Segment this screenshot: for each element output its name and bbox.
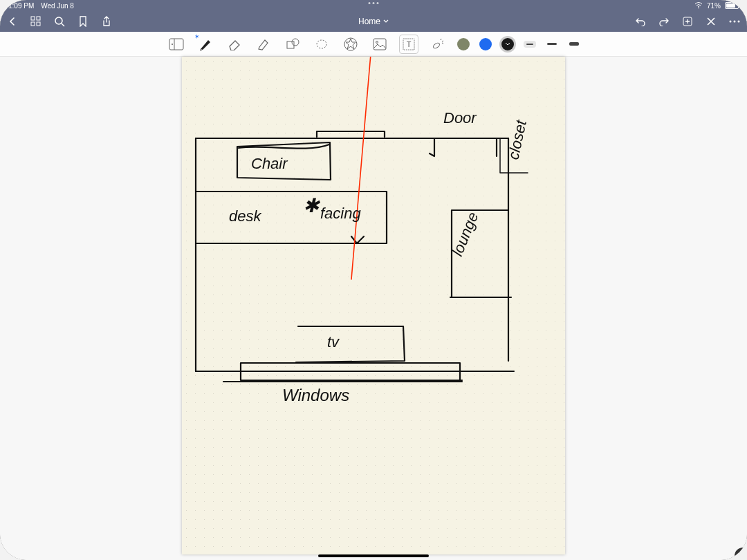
stroke-medium[interactable] <box>546 43 558 45</box>
app-header: Home <box>0 11 747 32</box>
svg-rect-10 <box>169 39 183 50</box>
multitask-dots-icon[interactable] <box>369 2 379 4</box>
document-title-dropdown[interactable]: Home <box>358 17 389 26</box>
svg-rect-3 <box>31 22 35 26</box>
label-chair: Chair <box>251 155 288 172</box>
back-button[interactable] <box>6 15 19 28</box>
chevron-down-icon <box>383 19 389 24</box>
grid-view-button[interactable] <box>29 15 43 28</box>
label-windows: Windows <box>282 386 349 404</box>
battery-icon <box>725 2 739 9</box>
image-tool[interactable] <box>370 35 389 54</box>
label-tv: tv <box>327 333 340 351</box>
stroke-thin[interactable] <box>524 41 536 48</box>
label-closet: closet <box>504 118 530 161</box>
svg-point-9 <box>738 21 740 23</box>
wifi-icon <box>694 2 703 9</box>
laser-pointer-tool[interactable] <box>428 35 448 54</box>
svg-point-12 <box>292 39 299 46</box>
status-time: 1:09 PM <box>8 2 34 10</box>
battery-text: 71% <box>707 2 721 10</box>
quick-note-icon[interactable] <box>729 542 743 556</box>
more-button[interactable] <box>728 15 741 28</box>
add-page-button[interactable] <box>681 15 694 28</box>
document-title: Home <box>358 17 380 26</box>
svg-point-5 <box>55 17 62 24</box>
svg-point-8 <box>734 21 736 23</box>
favorites-tool[interactable] <box>341 35 360 54</box>
label-lounge: lounge <box>448 209 481 259</box>
svg-rect-2 <box>37 17 40 20</box>
svg-text:T: T <box>407 40 412 48</box>
pen-tool[interactable]: ✶ <box>196 35 215 54</box>
svg-rect-15 <box>374 39 386 50</box>
share-button[interactable] <box>100 15 113 28</box>
color-black[interactable] <box>501 38 514 50</box>
undo-button[interactable] <box>634 15 647 28</box>
search-button[interactable] <box>53 15 66 28</box>
label-door: Door <box>443 109 477 127</box>
svg-point-0 <box>698 8 699 9</box>
hand-drawn-floorplan: Chair desk facing ✱ Door closet lounge t… <box>182 57 565 554</box>
redo-button[interactable] <box>657 15 671 28</box>
text-tool[interactable]: T <box>399 35 418 54</box>
color-olive[interactable] <box>457 38 470 50</box>
svg-point-13 <box>317 40 326 48</box>
canvas-area[interactable]: Chair desk facing ✱ Door closet lounge t… <box>0 57 747 560</box>
lasso-tool[interactable] <box>312 35 331 54</box>
note-page[interactable]: Chair desk facing ✱ Door closet lounge t… <box>182 57 565 554</box>
svg-point-19 <box>432 41 441 49</box>
home-indicator[interactable] <box>318 554 429 557</box>
label-desk: desk <box>229 207 261 225</box>
eraser-tool[interactable] <box>225 35 244 54</box>
svg-rect-1 <box>31 17 35 20</box>
color-blue[interactable] <box>479 38 492 50</box>
status-bar: 1:09 PM Wed Jun 8 71% <box>0 0 747 11</box>
svg-text:✱: ✱ <box>303 195 321 216</box>
status-date: Wed Jun 8 <box>41 2 74 10</box>
svg-point-7 <box>730 21 732 23</box>
bookmark-button[interactable] <box>76 15 90 28</box>
svg-point-16 <box>376 41 378 43</box>
shape-tool[interactable] <box>283 35 302 54</box>
sidebar-toggle-button[interactable] <box>167 35 186 54</box>
drawing-toolbar: ✶ T <box>0 32 747 57</box>
svg-point-14 <box>344 38 357 50</box>
highlighter-tool[interactable] <box>254 35 273 54</box>
stroke-thick[interactable] <box>568 42 580 46</box>
svg-rect-4 <box>37 22 40 26</box>
close-button[interactable] <box>704 15 718 28</box>
label-facing: facing <box>320 205 361 222</box>
